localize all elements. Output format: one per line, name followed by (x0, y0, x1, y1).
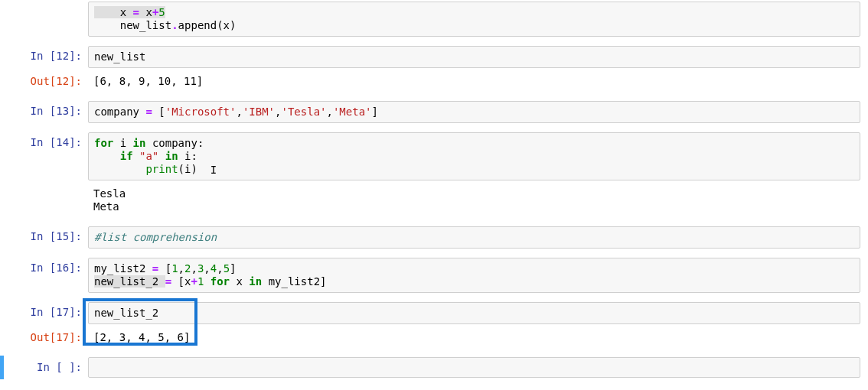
code-input-empty[interactable] (88, 357, 860, 378)
code-cell-17-input[interactable]: In [17]: new_list_2 (0, 301, 868, 326)
code-output-17: [2, 3, 4, 5, 6] (88, 327, 860, 348)
input-prompt-12: In [12]: (4, 46, 88, 63)
code-output-12: [6, 8, 9, 10, 11] (88, 71, 860, 92)
code-cell-17-output: Out[17]: [2, 3, 4, 5, 6] (0, 326, 868, 349)
code-cell-partial[interactable]: x = x+5 new_list.append(x) (0, 0, 868, 38)
input-prompt-partial (4, 2, 88, 5)
input-prompt-15: In [15]: (4, 226, 88, 243)
code-cell-14-input[interactable]: In [14]: for i in company: if "a" in i: … (0, 131, 868, 182)
code-cell-12-output: Out[12]: [6, 8, 9, 10, 11] (0, 70, 868, 93)
code-input-13[interactable]: company = ['Microsoft','IBM','Tesla','Me… (88, 101, 860, 123)
code-input-15[interactable]: #list comprehension (88, 226, 860, 249)
input-prompt-16: In [16]: (4, 258, 88, 275)
code-cell-16-input[interactable]: In [16]: my_list2 = [1,2,3,4,5] new_list… (0, 256, 868, 294)
code-cell-15-input[interactable]: In [15]: #list comprehension (0, 225, 868, 250)
notebook-container: x = x+5 new_list.append(x) In [12]: new_… (0, 0, 868, 379)
code-input-partial[interactable]: x = x+5 new_list.append(x) (88, 2, 860, 37)
code-input-17[interactable]: new_list_2 (88, 302, 860, 324)
code-input-16[interactable]: my_list2 = [1,2,3,4,5] new_list_2 = [x+1… (88, 258, 860, 293)
input-prompt-13: In [13]: (4, 101, 88, 118)
code-input-12[interactable]: new_list (88, 46, 860, 68)
code-cell-12-input[interactable]: In [12]: new_list (0, 44, 868, 70)
text-cursor-icon: I (210, 164, 211, 174)
code-input-14[interactable]: for i in company: if "a" in i: print(i) … (88, 132, 860, 180)
code-cell-14-output: Tesla Meta (0, 182, 868, 219)
code-cell-empty-selected[interactable]: In [ ]: (0, 356, 868, 379)
code-output-14: Tesla Meta (88, 184, 860, 217)
input-prompt-14: In [14]: (4, 132, 88, 149)
output-prompt-12: Out[12]: (4, 71, 88, 88)
output-prompt-17: Out[17]: (4, 327, 88, 344)
code-cell-13-input[interactable]: In [13]: company = ['Microsoft','IBM','T… (0, 99, 868, 125)
input-prompt-empty: In [ ]: (4, 357, 88, 374)
input-prompt-17: In [17]: (4, 302, 88, 319)
output-prompt-14-blank (4, 184, 88, 187)
